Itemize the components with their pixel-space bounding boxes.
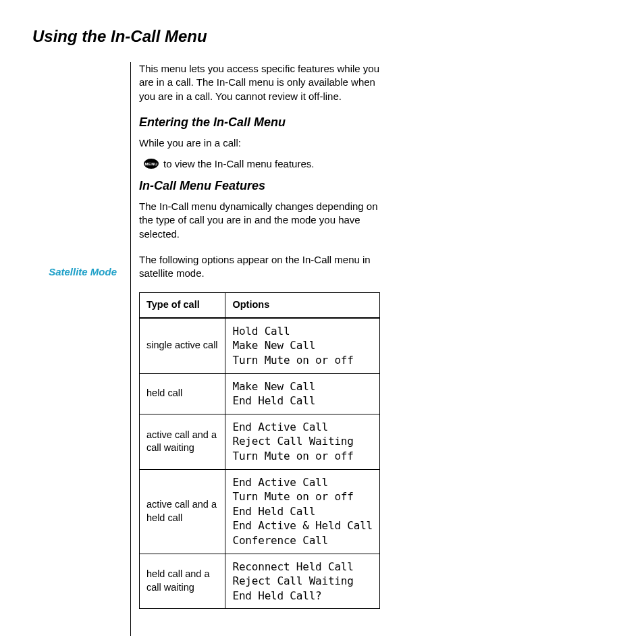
option-line: Reject Call Waiting (232, 434, 373, 449)
option-line: Make New Call (232, 338, 373, 353)
option-line: End Held Call? (232, 589, 373, 603)
option-line: End Active Call (232, 420, 373, 435)
cell-call-type: single active call (140, 318, 225, 373)
option-line: Turn Mute on or off (232, 353, 373, 368)
option-line: Hold Call (232, 324, 373, 339)
in-call-options-table: Type of call Options single active callH… (139, 292, 380, 609)
table-row: active call and a held callEnd Active Ca… (140, 469, 380, 554)
subheading-entering: Entering the In-Call Menu (139, 115, 380, 130)
option-line: Make New Call (232, 379, 373, 394)
body-column: This menu lets you access specific featu… (130, 62, 380, 636)
features-paragraph: The In-Call menu dynamically changes dep… (139, 200, 380, 241)
intro-paragraph: This menu lets you access specific featu… (139, 62, 380, 103)
option-line: End Active & Held Call (232, 518, 373, 533)
option-line: Reconnect Held Call (232, 560, 373, 574)
option-line: Conference Call (232, 533, 373, 548)
entering-lead: While you are in a call: (139, 136, 380, 150)
menu-icon-text: to view the In-Call menu features. (163, 158, 380, 169)
table-row: held call and a call waitingReconnect He… (140, 554, 380, 609)
option-line: Turn Mute on or off (232, 449, 373, 464)
table-header-type: Type of call (140, 293, 225, 318)
menu-icon: MENU (144, 159, 159, 169)
cell-options: End Active CallTurn Mute on or offEnd He… (225, 469, 380, 554)
margin-column: Satellite Mode (32, 62, 130, 636)
option-line: Turn Mute on or off (232, 489, 373, 504)
cell-options: Reconnect Held CallReject Call WaitingEn… (225, 554, 380, 609)
option-line: End Held Call (232, 394, 373, 408)
cell-options: Hold CallMake New CallTurn Mute on or of… (225, 318, 380, 373)
cell-call-type: held call and a call waiting (140, 554, 225, 609)
option-line: End Active Call (232, 475, 373, 490)
option-line: End Held Call (232, 504, 373, 519)
page-title: Using the In-Call Menu (32, 27, 612, 46)
menu-button-row: MENU to view the In-Call menu features. (139, 158, 380, 169)
satellite-mode-intro: The following options appear on the In-C… (139, 253, 380, 281)
cell-options: End Active CallReject Call WaitingTurn M… (225, 414, 380, 469)
cell-call-type: held call (140, 373, 225, 414)
cell-call-type: active call and a held call (140, 469, 225, 554)
cell-call-type: active call and a call waiting (140, 414, 225, 469)
table-row: single active callHold CallMake New Call… (140, 318, 380, 373)
cell-options: Make New CallEnd Held Call (225, 373, 380, 414)
table-header-options: Options (225, 293, 380, 318)
table-row: active call and a call waitingEnd Active… (140, 414, 380, 469)
subheading-features: In-Call Menu Features (139, 179, 380, 193)
table-row: held callMake New CallEnd Held Call (140, 373, 380, 414)
option-line: Reject Call Waiting (232, 574, 373, 589)
margin-label-satellite-mode: Satellite Mode (32, 266, 124, 277)
